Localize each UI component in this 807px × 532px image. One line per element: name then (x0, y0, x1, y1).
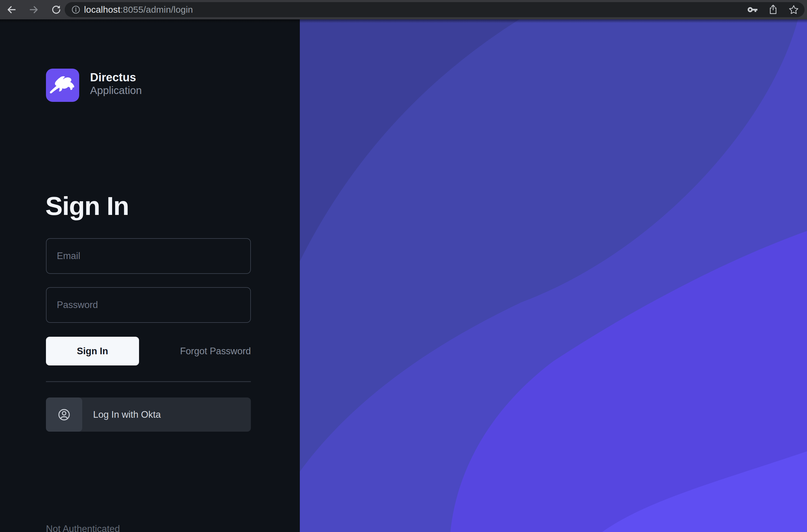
back-icon (6, 4, 17, 15)
email-field[interactable] (46, 238, 251, 274)
sso-label: Log In with Okta (93, 409, 161, 420)
password-field[interactable] (46, 287, 251, 323)
art-panel (300, 19, 807, 532)
directus-rabbit-icon (46, 69, 79, 102)
diagonal-bands-art (300, 19, 807, 532)
reload-button[interactable] (50, 4, 62, 16)
account-circle-icon (56, 407, 72, 422)
share-button[interactable] (767, 4, 779, 16)
site-info-icon[interactable] (71, 4, 81, 15)
url-path: :8055/admin/login (120, 4, 193, 15)
okta-login-button[interactable]: Log In with Okta (46, 398, 251, 432)
url-text: localhost:8055/admin/login (84, 4, 193, 15)
divider (46, 381, 251, 382)
directus-logo (46, 69, 79, 102)
address-bar[interactable]: localhost:8055/admin/login (65, 2, 805, 17)
omnibox-actions (747, 4, 802, 16)
bookmark-button[interactable] (788, 4, 800, 16)
login-panel: Directus Application Sign In Sign In For… (0, 19, 300, 532)
back-button[interactable] (5, 4, 18, 16)
forward-button[interactable] (28, 4, 40, 16)
page-title: Sign In (45, 192, 129, 220)
status-text: Not Authenticated (46, 524, 120, 532)
share-icon (768, 4, 779, 15)
brand-name: Directus (90, 71, 136, 84)
brand-subtitle: Application (90, 84, 142, 97)
forgot-password-link[interactable]: Forgot Password (139, 337, 251, 365)
password-manager-button[interactable] (747, 4, 758, 16)
url-host: localhost (84, 4, 120, 15)
sign-in-button[interactable]: Sign In (46, 337, 139, 365)
browser-toolbar: localhost:8055/admin/login (0, 0, 807, 19)
sso-icon-box (46, 398, 82, 432)
reload-icon (51, 4, 62, 15)
password-key-icon (747, 5, 758, 14)
forward-icon (28, 4, 39, 15)
bookmark-star-icon (788, 4, 799, 15)
